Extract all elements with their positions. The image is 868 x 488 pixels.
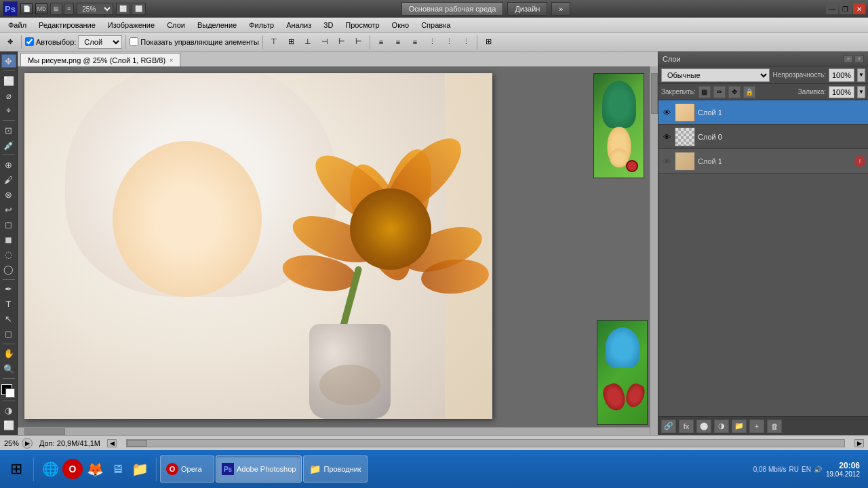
healing-tool[interactable]: ⊕ [1, 158, 16, 171]
layer-row-copy[interactable]: 👁 Слой 1 ! [658, 149, 868, 174]
network-icon[interactable]: 🖥 [107, 459, 127, 479]
layer-0-visibility[interactable]: 👁 [661, 131, 672, 142]
clone-tool[interactable]: ⊗ [1, 188, 16, 201]
quick-mask-btn[interactable]: ◑ [1, 404, 16, 418]
move-tool-options[interactable]: ✥ [3, 35, 18, 49]
eyedropper-tool[interactable]: 💉 [1, 138, 16, 152]
link-layers-btn[interactable]: 🔗 [661, 420, 676, 433]
distribute-bottom-btn[interactable]: ≡ [408, 35, 422, 49]
add-adjustment-btn[interactable]: ◑ [714, 420, 729, 433]
pen-tool[interactable]: ✒ [1, 283, 16, 296]
brush-tool[interactable]: 🖌 [1, 173, 16, 186]
align-right-btn[interactable]: ⊢ [351, 35, 366, 49]
menu-help[interactable]: Справка [416, 20, 456, 30]
show-controls-checkbox[interactable] [130, 37, 138, 46]
maximize-btn[interactable]: ❐ [840, 3, 852, 14]
align-left-btn[interactable]: ⊣ [317, 35, 332, 49]
align-top-btn[interactable]: ⊤ [267, 35, 281, 49]
text-tool[interactable]: T [1, 298, 16, 311]
view-btn2[interactable]: ≡ [64, 3, 74, 15]
distribute-left-btn[interactable]: ⋮ [425, 35, 439, 49]
align-hmid-btn[interactable]: ⊢ [334, 35, 349, 49]
canvas-vscroll[interactable] [650, 66, 658, 435]
align-bottom-btn[interactable]: ⊥ [300, 35, 315, 49]
layers-dock-btn[interactable]: × [854, 55, 864, 63]
path-select-tool[interactable]: ↖ [1, 312, 16, 326]
menu-view[interactable]: Просмотр [340, 20, 384, 30]
status-scroll-right[interactable]: ▶ [854, 439, 864, 447]
windows-start-btn[interactable]: ⊞ [3, 455, 30, 483]
minimize-btn[interactable]: — [826, 3, 838, 14]
canvas-tab-main[interactable]: Мы рисуем.png @ 25% (Слой 1, RGB/8) × [20, 53, 180, 66]
lock-position-btn[interactable]: ✥ [728, 86, 741, 98]
layers-expand-btn[interactable]: » [844, 55, 853, 63]
menu-analysis[interactable]: Анализ [281, 20, 317, 30]
layer-fx-btn[interactable]: fx [679, 420, 694, 433]
layer-row-1[interactable]: 👁 Слой 1 [658, 100, 868, 125]
zoom-tool[interactable]: 🔍 [1, 362, 16, 375]
opacity-input[interactable] [829, 68, 854, 82]
distribute-vmid-btn[interactable]: ≡ [391, 35, 406, 49]
auto-align-btn[interactable]: ⊞ [481, 35, 496, 49]
menu-layers[interactable]: Слои [161, 20, 191, 30]
background-color[interactable] [5, 388, 15, 398]
add-layer-btn[interactable]: + [749, 420, 764, 433]
history-brush-tool[interactable]: ↩ [1, 203, 16, 216]
delete-layer-btn[interactable]: 🗑 [767, 420, 782, 433]
lang-ru[interactable]: RU [789, 466, 799, 473]
taskbar-photoshop-app[interactable]: Ps Adobe Photoshop [216, 455, 302, 483]
distribute-top-btn[interactable]: ≡ [374, 35, 389, 49]
layers-blend-mode-select[interactable]: Обычные Умножение Перекрытие [661, 68, 770, 82]
file-doc-btn[interactable]: 📄 [20, 3, 33, 14]
quickselect-tool[interactable]: ⌖ [1, 104, 16, 117]
move-tool[interactable]: ✥ [1, 54, 16, 68]
taskbar-opera-app[interactable]: O Opera [160, 455, 214, 483]
fill-expand-btn[interactable]: ▼ [857, 86, 865, 98]
layer-row-0[interactable]: 👁 Слой 0 [658, 125, 868, 149]
workspace-design-btn[interactable]: Дизайн [507, 2, 547, 16]
volume-icon[interactable]: 🔊 [814, 466, 822, 473]
fill-input[interactable] [829, 86, 854, 98]
shape-tool[interactable]: ◻ [1, 327, 16, 341]
lasso-tool[interactable]: ⌀ [1, 89, 16, 102]
distribute-hmid-btn[interactable]: ⋮ [441, 35, 456, 49]
add-mask-btn[interactable]: ⬤ [696, 420, 711, 433]
bridge-btn[interactable]: Mb [35, 3, 47, 14]
menu-3d[interactable]: 3D [318, 20, 338, 30]
workspace-more-btn[interactable]: » [551, 2, 570, 16]
add-group-btn[interactable]: 📁 [732, 420, 747, 433]
auto-select-checkbox[interactable] [25, 37, 34, 46]
status-scroll-left[interactable]: ◀ [107, 439, 117, 447]
align-vmid-btn[interactable]: ⊞ [283, 35, 298, 49]
auto-select-dropdown[interactable]: СлойГруппа [78, 35, 122, 49]
menu-filter[interactable]: Фильтр [243, 20, 279, 30]
close-btn[interactable]: ✕ [853, 3, 865, 14]
menu-window[interactable]: Окно [387, 20, 415, 30]
screen-mode-btn2[interactable]: ⬜ [132, 3, 146, 15]
hand-tool[interactable]: ✋ [1, 347, 16, 361]
ie-icon[interactable]: 🌐 [40, 459, 60, 479]
menu-file[interactable]: Файл [3, 20, 32, 30]
menu-edit[interactable]: Редактирование [33, 20, 101, 30]
layer-copy-visibility[interactable]: 👁 [661, 156, 672, 167]
taskbar-explorer-app[interactable]: 📁 Проводник [303, 455, 367, 483]
lock-all-btn[interactable]: 🔒 [743, 86, 755, 98]
menu-image[interactable]: Изображение [102, 20, 160, 30]
lock-transparent-btn[interactable]: ▦ [698, 86, 711, 98]
lock-pixels-btn[interactable]: ✏ [713, 86, 726, 98]
distribute-right-btn[interactable]: ⋮ [458, 35, 473, 49]
screen-mode-btn[interactable]: ⬜ [1, 419, 16, 432]
marquee-tool[interactable]: ⬜ [1, 74, 16, 87]
opacity-expand-btn[interactable]: ▼ [857, 68, 865, 82]
zoom-select[interactable]: 25%50%100% [77, 3, 113, 15]
blur-tool[interactable]: ◌ [1, 248, 16, 262]
canvas-hscroll[interactable] [18, 427, 650, 435]
layer-1-visibility[interactable]: 👁 [661, 107, 672, 118]
menu-select[interactable]: Выделение [192, 20, 242, 30]
taskbar-clock[interactable]: 20:06 19.04.2012 [826, 461, 860, 478]
gradient-tool[interactable]: ◼ [1, 233, 16, 247]
folder-icon[interactable]: 📁 [130, 459, 150, 479]
opera-icon[interactable]: O [62, 459, 83, 479]
eraser-tool[interactable]: ◻ [1, 218, 16, 232]
canvas-tab-close-btn[interactable]: × [170, 57, 173, 64]
